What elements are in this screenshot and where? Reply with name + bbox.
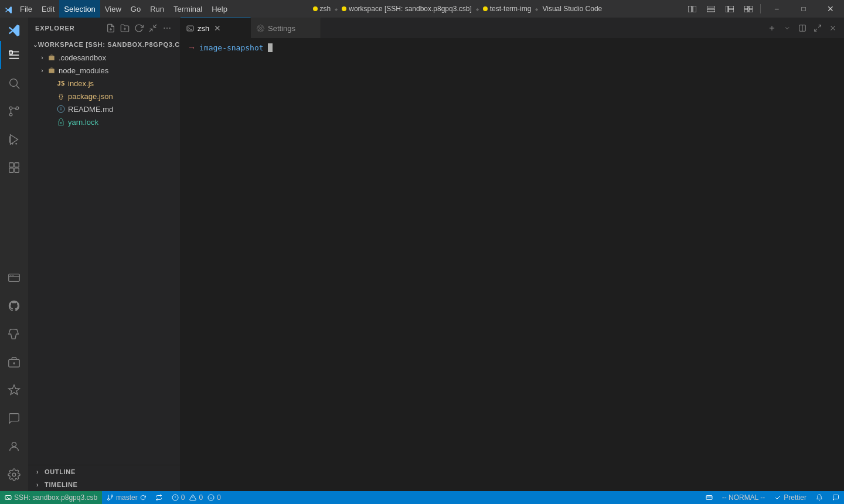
svg-point-27 (11, 275, 12, 276)
node-modules-label: node_modules (59, 66, 108, 75)
status-feedback[interactable] (828, 491, 844, 504)
status-ssh[interactable]: SSH: sandbox.p8gpq3.csb (0, 491, 102, 504)
codesandbox-label: .codesandbox (59, 53, 106, 62)
collapse-all-button[interactable] (147, 22, 159, 34)
terminal-scrollbar[interactable] (838, 38, 844, 491)
indexjs-label: index.js (68, 79, 94, 88)
tree-item-packagejson[interactable]: {} package.json (28, 90, 180, 103)
tab-zsh-label: zsh (198, 24, 209, 33)
close-button[interactable]: ✕ (817, 0, 844, 18)
svg-point-34 (12, 473, 16, 476)
close-panel-button[interactable] (826, 22, 839, 35)
menu-go[interactable]: Go (126, 0, 145, 18)
minimize-button[interactable]: − (763, 0, 790, 18)
tab-zsh-close[interactable]: ✕ (213, 23, 222, 33)
refresh-explorer-button[interactable] (133, 22, 145, 34)
menu-run[interactable]: Run (145, 0, 169, 18)
terminal-dropdown-button[interactable] (781, 22, 794, 35)
packagejson-icon: {} (56, 91, 66, 101)
status-prettier[interactable]: Prettier (770, 491, 811, 504)
svg-rect-22 (15, 163, 19, 167)
ssh-label: SSH: sandbox.p8gpq3.csb (14, 493, 97, 502)
workspace-root[interactable]: ⌄ WORKSPACE [SSH: SANDBOX.P8GPQ3.CSB] (28, 38, 180, 51)
status-publish[interactable] (151, 491, 167, 504)
layout-icon-3[interactable] (722, 1, 738, 16)
activity-testing[interactable] (0, 320, 28, 348)
split-terminal-button[interactable] (796, 22, 809, 35)
tab-settings[interactable]: Settings (251, 18, 321, 38)
new-terminal-button[interactable] (765, 22, 778, 35)
menu-view[interactable]: View (100, 0, 126, 18)
svg-rect-48 (187, 26, 193, 31)
title-workspace: workspace [SSH: sandbox.p8gpq3.csb] (342, 5, 471, 13)
activity-extensions[interactable] (0, 154, 28, 182)
status-errors[interactable]: 0 0 0 (167, 491, 226, 504)
menu-help[interactable]: Help (207, 0, 232, 18)
tree-item-codesandbox[interactable]: › .codesandbox (28, 51, 180, 64)
menu-selection[interactable]: Selection (59, 0, 100, 18)
activity-remote-explorer[interactable] (0, 264, 28, 292)
status-branch[interactable]: master (102, 491, 151, 504)
more-actions-button[interactable] (161, 22, 173, 34)
bell-icon (816, 494, 823, 501)
readme-icon (56, 104, 66, 114)
activity-source-control[interactable] (0, 97, 28, 125)
svg-point-46 (60, 107, 61, 108)
status-left: SSH: sandbox.p8gpq3.csb master (0, 491, 226, 504)
publish-icon (155, 494, 162, 501)
activity-chat[interactable] (0, 404, 28, 433)
new-folder-button[interactable] (119, 22, 131, 34)
svg-rect-6 (729, 9, 734, 12)
title-workspace-text: workspace [SSH: sandbox.p8gpq3.csb] (349, 5, 471, 13)
activity-search[interactable] (0, 69, 28, 97)
error-count: 0 (181, 493, 185, 502)
svg-rect-23 (9, 168, 13, 172)
outline-chevron: › (33, 469, 42, 475)
feedback-icon (832, 494, 839, 501)
prompt-arrow-icon: → (188, 43, 196, 52)
vim-mode-label: -- NORMAL -- (722, 493, 765, 502)
terminal-area[interactable]: → image-snapshot (181, 38, 844, 491)
activity-explorer[interactable] (0, 41, 28, 69)
tab-zsh[interactable]: zsh ✕ (181, 18, 251, 38)
timeline-section-header[interactable]: › TIMELINE (28, 478, 180, 491)
outline-section-header[interactable]: › OUTLINE (28, 465, 180, 478)
warning-count: 0 (199, 493, 203, 502)
file-tree: ⌄ WORKSPACE [SSH: SANDBOX.P8GPQ3.CSB] › … (28, 38, 180, 465)
activity-extensions2[interactable] (0, 376, 28, 404)
activity-run-debug[interactable] (0, 125, 28, 154)
menu-edit[interactable]: Edit (37, 0, 59, 18)
tree-item-indexjs[interactable]: JS index.js (28, 77, 180, 90)
menu-file[interactable]: File (15, 0, 37, 18)
status-vim-mode[interactable]: -- NORMAL -- (717, 491, 770, 504)
tree-item-node-modules[interactable]: › node_modules (28, 64, 180, 77)
terminal-prompt: → image-snapshot (188, 43, 837, 52)
activity-github[interactable] (0, 292, 28, 320)
title-testterm-text: test-term-img (490, 5, 532, 13)
layout-icon-1[interactable] (684, 1, 700, 16)
check-icon (774, 494, 781, 501)
activity-account[interactable] (0, 433, 28, 461)
maximize-button[interactable]: □ (790, 0, 817, 18)
tree-item-yarnlock[interactable]: yarn.lock (28, 115, 180, 128)
sidebar-title: Explorer (35, 25, 75, 32)
sidebar-header-actions (105, 22, 173, 34)
status-notifications[interactable] (811, 491, 828, 504)
svg-rect-72 (706, 496, 712, 500)
layout-icon-2[interactable] (703, 1, 719, 16)
branch-icon (107, 494, 114, 501)
svg-line-56 (815, 29, 817, 31)
yarnlock-label: yarn.lock (68, 118, 98, 127)
activity-container[interactable] (0, 348, 28, 376)
activity-settings[interactable] (0, 461, 28, 489)
new-file-button[interactable] (105, 22, 117, 34)
tree-item-readme[interactable]: README.md (28, 103, 180, 115)
terminal-cursor (268, 43, 273, 52)
activity-vscode-icon[interactable] (0, 20, 28, 41)
status-remote-indicator[interactable] (701, 491, 717, 504)
layout-icon-4[interactable] (740, 1, 757, 16)
titlebar-center: zsh ⬥ workspace [SSH: sandbox.p8gpq3.csb… (232, 5, 683, 13)
node-modules-folder-icon (47, 66, 56, 75)
maximize-panel-button[interactable] (811, 22, 824, 35)
menu-terminal[interactable]: Terminal (169, 0, 207, 18)
